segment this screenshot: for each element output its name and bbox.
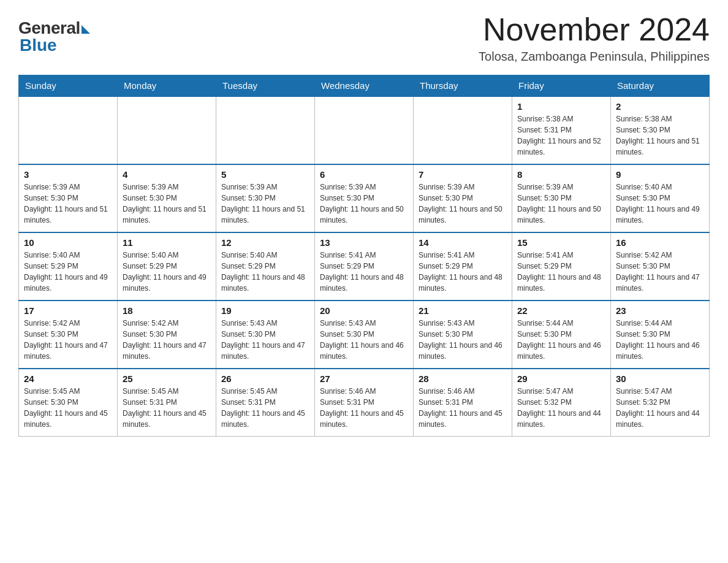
calendar-cell: 14Sunrise: 5:41 AMSunset: 5:29 PMDayligh… <box>414 232 512 301</box>
day-number: 3 <box>24 169 112 180</box>
calendar-cell: 20Sunrise: 5:43 AMSunset: 5:30 PMDayligh… <box>315 301 414 369</box>
day-number: 17 <box>24 305 112 316</box>
day-number: 28 <box>419 373 507 384</box>
calendar-cell: 9Sunrise: 5:40 AMSunset: 5:30 PMDaylight… <box>611 164 710 232</box>
weekday-header-row: SundayMondayTuesdayWednesdayThursdayFrid… <box>19 75 710 97</box>
day-info: Sunrise: 5:45 AMSunset: 5:31 PMDaylight:… <box>221 386 309 430</box>
calendar-cell: 25Sunrise: 5:45 AMSunset: 5:31 PMDayligh… <box>118 369 216 437</box>
calendar-cell <box>216 96 315 164</box>
day-info: Sunrise: 5:40 AMSunset: 5:29 PMDaylight:… <box>221 250 309 294</box>
day-info: Sunrise: 5:43 AMSunset: 5:30 PMDaylight:… <box>221 318 309 362</box>
day-number: 22 <box>517 305 605 316</box>
calendar-cell: 3Sunrise: 5:39 AMSunset: 5:30 PMDaylight… <box>19 164 118 232</box>
day-info: Sunrise: 5:43 AMSunset: 5:30 PMDaylight:… <box>320 318 408 362</box>
calendar-cell <box>118 96 216 164</box>
day-number: 21 <box>419 305 507 316</box>
day-number: 30 <box>616 373 704 384</box>
calendar-cell: 5Sunrise: 5:39 AMSunset: 5:30 PMDaylight… <box>216 164 315 232</box>
calendar-week-2: 3Sunrise: 5:39 AMSunset: 5:30 PMDaylight… <box>19 164 710 232</box>
weekday-header-monday: Monday <box>118 75 216 97</box>
logo: General Blue <box>18 18 90 55</box>
day-info: Sunrise: 5:40 AMSunset: 5:29 PMDaylight:… <box>123 250 211 294</box>
day-info: Sunrise: 5:44 AMSunset: 5:30 PMDaylight:… <box>616 318 704 362</box>
month-title: November 2024 <box>479 12 710 47</box>
calendar-cell <box>19 96 118 164</box>
calendar-cell: 11Sunrise: 5:40 AMSunset: 5:29 PMDayligh… <box>118 232 216 301</box>
day-info: Sunrise: 5:47 AMSunset: 5:32 PMDaylight:… <box>517 386 605 430</box>
day-number: 26 <box>221 373 309 384</box>
day-number: 24 <box>24 373 112 384</box>
day-info: Sunrise: 5:41 AMSunset: 5:29 PMDaylight:… <box>517 250 605 294</box>
day-number: 7 <box>419 169 507 180</box>
day-info: Sunrise: 5:45 AMSunset: 5:30 PMDaylight:… <box>24 386 112 430</box>
day-number: 9 <box>616 169 704 180</box>
day-number: 10 <box>24 237 112 248</box>
day-number: 6 <box>320 169 408 180</box>
day-number: 19 <box>221 305 309 316</box>
day-number: 8 <box>517 169 605 180</box>
calendar-cell: 16Sunrise: 5:42 AMSunset: 5:30 PMDayligh… <box>611 232 710 301</box>
logo-blue-text: Blue <box>20 36 57 55</box>
day-number: 23 <box>616 305 704 316</box>
calendar-cell: 12Sunrise: 5:40 AMSunset: 5:29 PMDayligh… <box>216 232 315 301</box>
calendar-cell: 22Sunrise: 5:44 AMSunset: 5:30 PMDayligh… <box>512 301 611 369</box>
day-number: 12 <box>221 237 309 248</box>
calendar-cell: 7Sunrise: 5:39 AMSunset: 5:30 PMDaylight… <box>414 164 512 232</box>
calendar-cell: 28Sunrise: 5:46 AMSunset: 5:31 PMDayligh… <box>414 369 512 437</box>
weekday-header-saturday: Saturday <box>611 75 710 97</box>
calendar-cell: 27Sunrise: 5:46 AMSunset: 5:31 PMDayligh… <box>315 369 414 437</box>
location-subtitle: Tolosa, Zamboanga Peninsula, Philippines <box>479 50 710 64</box>
day-info: Sunrise: 5:38 AMSunset: 5:30 PMDaylight:… <box>616 113 704 158</box>
day-number: 11 <box>123 237 211 248</box>
day-number: 25 <box>123 373 211 384</box>
day-info: Sunrise: 5:42 AMSunset: 5:30 PMDaylight:… <box>123 318 211 362</box>
day-number: 2 <box>616 101 704 112</box>
day-info: Sunrise: 5:41 AMSunset: 5:29 PMDaylight:… <box>419 250 507 294</box>
weekday-header-wednesday: Wednesday <box>315 75 414 97</box>
day-info: Sunrise: 5:42 AMSunset: 5:30 PMDaylight:… <box>24 318 112 362</box>
logo-triangle-icon <box>82 25 90 34</box>
day-info: Sunrise: 5:40 AMSunset: 5:30 PMDaylight:… <box>616 182 704 226</box>
calendar-cell: 23Sunrise: 5:44 AMSunset: 5:30 PMDayligh… <box>611 301 710 369</box>
day-info: Sunrise: 5:41 AMSunset: 5:29 PMDaylight:… <box>320 250 408 294</box>
calendar-cell: 10Sunrise: 5:40 AMSunset: 5:29 PMDayligh… <box>19 232 118 301</box>
weekday-header-tuesday: Tuesday <box>216 75 315 97</box>
day-number: 27 <box>320 373 408 384</box>
calendar-cell: 26Sunrise: 5:45 AMSunset: 5:31 PMDayligh… <box>216 369 315 437</box>
calendar-week-1: 1Sunrise: 5:38 AMSunset: 5:31 PMDaylight… <box>19 96 710 164</box>
calendar-table: SundayMondayTuesdayWednesdayThursdayFrid… <box>18 75 710 437</box>
day-info: Sunrise: 5:39 AMSunset: 5:30 PMDaylight:… <box>320 182 408 226</box>
day-info: Sunrise: 5:46 AMSunset: 5:31 PMDaylight:… <box>419 386 507 430</box>
calendar-cell: 13Sunrise: 5:41 AMSunset: 5:29 PMDayligh… <box>315 232 414 301</box>
weekday-header-thursday: Thursday <box>414 75 512 97</box>
day-info: Sunrise: 5:45 AMSunset: 5:31 PMDaylight:… <box>123 386 211 430</box>
day-info: Sunrise: 5:47 AMSunset: 5:32 PMDaylight:… <box>616 386 704 430</box>
calendar-cell: 8Sunrise: 5:39 AMSunset: 5:30 PMDaylight… <box>512 164 611 232</box>
page-header: General Blue November 2024 Tolosa, Zambo… <box>18 12 710 64</box>
calendar-cell <box>414 96 512 164</box>
day-info: Sunrise: 5:39 AMSunset: 5:30 PMDaylight:… <box>221 182 309 226</box>
weekday-header-friday: Friday <box>512 75 611 97</box>
calendar-cell: 24Sunrise: 5:45 AMSunset: 5:30 PMDayligh… <box>19 369 118 437</box>
day-info: Sunrise: 5:40 AMSunset: 5:29 PMDaylight:… <box>24 250 112 294</box>
day-number: 18 <box>123 305 211 316</box>
day-info: Sunrise: 5:38 AMSunset: 5:31 PMDaylight:… <box>517 113 605 158</box>
calendar-week-4: 17Sunrise: 5:42 AMSunset: 5:30 PMDayligh… <box>19 301 710 369</box>
day-number: 15 <box>517 237 605 248</box>
day-number: 4 <box>123 169 211 180</box>
day-info: Sunrise: 5:43 AMSunset: 5:30 PMDaylight:… <box>419 318 507 362</box>
calendar-week-5: 24Sunrise: 5:45 AMSunset: 5:30 PMDayligh… <box>19 369 710 437</box>
calendar-cell: 2Sunrise: 5:38 AMSunset: 5:30 PMDaylight… <box>611 96 710 164</box>
calendar-cell: 21Sunrise: 5:43 AMSunset: 5:30 PMDayligh… <box>414 301 512 369</box>
day-number: 20 <box>320 305 408 316</box>
calendar-cell: 30Sunrise: 5:47 AMSunset: 5:32 PMDayligh… <box>611 369 710 437</box>
day-number: 1 <box>517 101 605 112</box>
calendar-cell: 17Sunrise: 5:42 AMSunset: 5:30 PMDayligh… <box>19 301 118 369</box>
day-number: 16 <box>616 237 704 248</box>
calendar-cell: 6Sunrise: 5:39 AMSunset: 5:30 PMDaylight… <box>315 164 414 232</box>
calendar-cell: 1Sunrise: 5:38 AMSunset: 5:31 PMDaylight… <box>512 96 611 164</box>
day-info: Sunrise: 5:39 AMSunset: 5:30 PMDaylight:… <box>24 182 112 226</box>
day-info: Sunrise: 5:46 AMSunset: 5:31 PMDaylight:… <box>320 386 408 430</box>
day-number: 13 <box>320 237 408 248</box>
calendar-cell: 18Sunrise: 5:42 AMSunset: 5:30 PMDayligh… <box>118 301 216 369</box>
